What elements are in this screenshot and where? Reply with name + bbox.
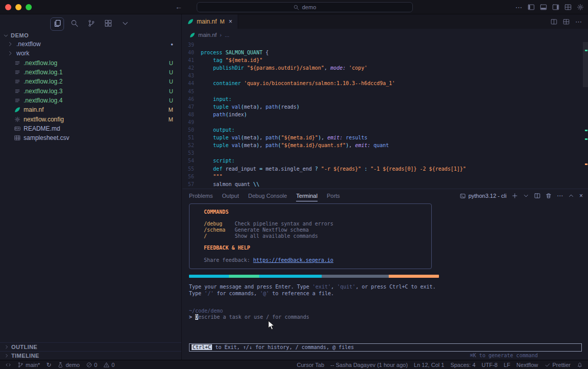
explorer-item-.nextflow.log[interactable]: .nextflow.logU bbox=[0, 58, 181, 68]
activity-extensions-button[interactable] bbox=[102, 18, 115, 30]
toggle-secondary-sidebar-icon[interactable] bbox=[552, 4, 559, 11]
code-line-44[interactable]: 44 container 'quay.io/biocontainers/salm… bbox=[182, 79, 588, 87]
status-bell[interactable] bbox=[577, 362, 583, 368]
code-line-48[interactable]: 48 path(index) bbox=[182, 111, 588, 118]
timeline-section[interactable]: TIMELINE bbox=[0, 351, 181, 360]
split-terminal-icon[interactable] bbox=[534, 193, 540, 199]
terminal-profile[interactable]: python3.12 - cli bbox=[460, 193, 507, 199]
kill-terminal-icon[interactable] bbox=[545, 193, 552, 199]
panel-tab-ports[interactable]: Ports bbox=[327, 190, 340, 201]
panel-tab-terminal[interactable]: Terminal bbox=[296, 190, 318, 201]
git-status-badge: U bbox=[169, 69, 173, 75]
panel-more-icon[interactable]: ⋯ bbox=[557, 193, 563, 199]
terminal-profile-dropdown-icon[interactable] bbox=[523, 193, 529, 199]
code-line-56[interactable]: 56 """ bbox=[182, 173, 588, 180]
back-button[interactable]: ← bbox=[175, 3, 182, 11]
tab-close-icon[interactable]: × bbox=[229, 18, 233, 25]
text-token: val bbox=[232, 104, 241, 110]
code-line-39[interactable]: 39 bbox=[182, 41, 588, 49]
code-line-43[interactable]: 43 bbox=[182, 72, 588, 79]
code-line-52[interactable]: 52 tuple val(meta), path("${meta.id}/qua… bbox=[182, 141, 588, 149]
editor-layout-icon[interactable] bbox=[563, 18, 570, 25]
status-cursor-tab[interactable]: Cursor Tab bbox=[297, 362, 324, 368]
breadcrumb-file[interactable]: main.nf bbox=[198, 32, 217, 38]
code-line-41[interactable]: 41 tag "${meta.id}" bbox=[182, 56, 588, 64]
minimize-window-button[interactable] bbox=[15, 4, 22, 10]
code-line-47[interactable]: 47 tuple val(meta), path(reads) bbox=[182, 103, 588, 111]
terminal-shortcut-bar[interactable]: Ctrl+C to Exit, ↑/↓ for history, / comma… bbox=[189, 343, 582, 352]
explorer-item-samplesheet.csv[interactable]: samplesheet.csv bbox=[0, 133, 181, 142]
editor-scrollbar[interactable] bbox=[583, 41, 588, 189]
maximize-panel-icon[interactable] bbox=[568, 193, 574, 199]
chevron-down-icon bbox=[121, 19, 129, 27]
code-text: output: bbox=[201, 126, 235, 134]
activity-explorer-button[interactable] bbox=[50, 17, 64, 31]
status-sasha-dagayev-1-hour-ago[interactable]: -- Sasha Dagayev (1 hour ago) bbox=[330, 362, 408, 368]
code-line-49[interactable]: 49 bbox=[182, 118, 588, 126]
terminal-box-line: /debug Check pipeline syntax and errors bbox=[204, 221, 431, 227]
explorer-item-work[interactable]: work bbox=[0, 49, 181, 58]
code-line-50[interactable]: 50 output: bbox=[182, 126, 588, 134]
code-line-53[interactable]: 53 bbox=[182, 149, 588, 157]
status-label: demo bbox=[66, 362, 80, 368]
terminal-prompt-input[interactable]: > Describe a task or use / for commands bbox=[189, 314, 582, 320]
panel-tab-output[interactable]: Output bbox=[222, 190, 239, 201]
command-center[interactable]: demo bbox=[197, 2, 413, 12]
explorer-item-README.md[interactable]: README.md bbox=[0, 124, 181, 133]
file-name: .nextflow.log.2 bbox=[24, 78, 62, 85]
status-demo[interactable]: demo bbox=[57, 362, 80, 368]
status-sync[interactable]: ↻ bbox=[46, 362, 51, 368]
code-line-46[interactable]: 46 input: bbox=[182, 95, 588, 103]
status-0[interactable]: 0 bbox=[86, 362, 97, 368]
code-line-55[interactable]: 55 def read_input = meta.single_end ? "-… bbox=[182, 165, 588, 173]
explorer-item-.nextflow.log.4[interactable]: .nextflow.log.4U bbox=[0, 96, 181, 105]
activity-search-button[interactable] bbox=[68, 18, 81, 30]
code-line-54[interactable]: 54 script: bbox=[182, 157, 588, 165]
code-line-40[interactable]: 40process SALMON_QUANT { bbox=[182, 49, 588, 56]
panel-tab-debug-console[interactable]: Debug Console bbox=[248, 190, 287, 201]
activity-source-control-button[interactable] bbox=[85, 18, 98, 30]
explorer-item-.nextflow.log.1[interactable]: .nextflow.log.1U bbox=[0, 68, 181, 77]
status-0[interactable]: 0 bbox=[103, 362, 115, 368]
explorer-item-main.nf[interactable]: main.nfM bbox=[0, 105, 181, 114]
settings-gear-icon[interactable] bbox=[577, 4, 584, 11]
code-line-51[interactable]: 51 tuple val(meta), path("${meta.id}"), … bbox=[182, 134, 588, 141]
close-window-button[interactable] bbox=[5, 4, 11, 10]
status-lf[interactable]: LF bbox=[504, 362, 511, 368]
code-line-42[interactable]: 42 publishDir "${params.outdir}/salmon",… bbox=[182, 64, 588, 72]
feedback-link[interactable]: https://feedback.seqera.io bbox=[253, 257, 333, 263]
status-nextflow[interactable]: Nextflow bbox=[516, 362, 538, 368]
explorer-item-.nextflow.log.2[interactable]: .nextflow.log.2U bbox=[0, 77, 181, 86]
explorer-item-.nextflow.log.3[interactable]: .nextflow.log.3U bbox=[0, 86, 181, 95]
explorer-item-nextflow.config[interactable]: nextflow.configM bbox=[0, 114, 181, 124]
toggle-panel-icon[interactable] bbox=[540, 4, 547, 11]
outline-section[interactable]: OUTLINE bbox=[0, 342, 181, 351]
zoom-window-button[interactable] bbox=[26, 4, 32, 10]
terminal-content[interactable]: COMMANDS /debug Check pipeline syntax an… bbox=[182, 203, 588, 358]
status-spaces-4[interactable]: Spaces: 4 bbox=[450, 362, 475, 368]
customize-layout-icon[interactable] bbox=[564, 4, 572, 11]
split-editor-icon[interactable] bbox=[551, 18, 557, 25]
status-remote[interactable] bbox=[5, 362, 11, 368]
scrollbar-thumb[interactable] bbox=[583, 42, 588, 87]
toggle-sidebar-icon[interactable] bbox=[528, 4, 535, 11]
new-terminal-icon[interactable] bbox=[512, 193, 518, 199]
status-main[interactable]: main* bbox=[17, 362, 40, 368]
explorer-item-.nextflow[interactable]: .nextflow● bbox=[0, 39, 181, 49]
tab-main-nf[interactable]: main.nf M × bbox=[182, 14, 238, 29]
code-line-57[interactable]: 57 salmon quant \\ bbox=[182, 180, 588, 188]
code-editor[interactable]: 39 40process SALMON_QUANT {41 tag "${met… bbox=[182, 41, 588, 189]
code-line-45[interactable]: 45 bbox=[182, 88, 588, 95]
more-actions-icon[interactable]: ⋯ bbox=[515, 4, 522, 11]
text-token: Check pipeline syntax and errors bbox=[222, 221, 333, 227]
panel-tab-problems[interactable]: Problems bbox=[189, 190, 213, 201]
status-prettier[interactable]: Prettier bbox=[544, 362, 571, 368]
breadcrumb-tail[interactable]: ... bbox=[225, 32, 229, 38]
status-ln-12-col-1[interactable]: Ln 12, Col 1 bbox=[414, 362, 444, 368]
close-panel-icon[interactable]: × bbox=[579, 193, 583, 199]
breadcrumb[interactable]: main.nf › ... bbox=[182, 29, 588, 41]
activity-more-button[interactable] bbox=[119, 18, 132, 30]
explorer-section-header[interactable]: DEMO bbox=[0, 31, 181, 39]
status-utf-8[interactable]: UTF-8 bbox=[481, 362, 497, 368]
editor-more-icon[interactable]: ⋯ bbox=[575, 18, 582, 25]
